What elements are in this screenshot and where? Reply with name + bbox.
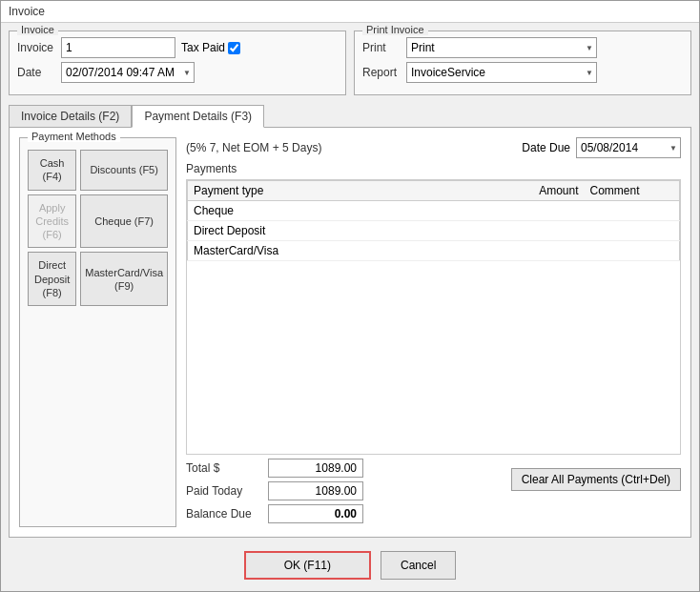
total-input[interactable]	[268, 459, 363, 478]
tab-payment-details-label: Payment Details (F3)	[144, 110, 252, 123]
invoice-window: Invoice Invoice Invoice Tax Paid Date	[0, 0, 700, 592]
totals-left: Total $ Paid Today Balance Due	[186, 459, 504, 527]
payment-type-cheque: Cheque	[188, 201, 508, 221]
clear-all-label: Clear All Payments (Ctrl+Del)	[522, 473, 670, 486]
ok-button[interactable]: OK (F11)	[244, 551, 371, 580]
col-payment-type: Payment type	[188, 181, 508, 201]
invoice-date-row: Date 02/07/2014 09:47 AM	[17, 62, 338, 83]
date-label: Date	[17, 66, 55, 79]
payments-table-wrapper: Payment type Amount Comment Cheque	[186, 179, 681, 455]
tax-paid-text: Tax Paid	[181, 41, 225, 54]
totals-area: Total $ Paid Today Balance Due	[186, 459, 681, 527]
ok-label: OK (F11)	[284, 559, 331, 572]
window-body: Invoice Invoice Tax Paid Date 02/07/2014…	[1, 23, 699, 591]
payment-methods-title: Payment Methods	[28, 131, 120, 142]
print-row: Print Print	[362, 37, 683, 58]
date-select-wrapper: 02/07/2014 09:47 AM	[61, 62, 195, 83]
paid-today-label: Paid Today	[186, 484, 262, 498]
report-row: Report InvoiceService	[362, 62, 683, 83]
table-header-row: Payment type Amount Comment	[188, 181, 680, 201]
col-comment: Comment	[585, 181, 680, 201]
cash-button[interactable]: Cash (F4)	[28, 150, 76, 191]
comment-direct-deposit	[585, 221, 680, 241]
amount-direct-deposit	[508, 221, 585, 241]
total-row: Total $	[186, 459, 504, 478]
tax-paid-checkbox[interactable]	[228, 42, 240, 54]
tab-area: Invoice Details (F2) Payment Details (F3…	[9, 101, 691, 538]
apply-credits-button[interactable]: Apply Credits (F6)	[28, 194, 76, 249]
tax-paid-label: Tax Paid	[181, 41, 240, 54]
direct-deposit-button[interactable]: Direct Deposit (F8)	[28, 252, 76, 306]
report-select-wrapper: InvoiceService	[406, 62, 597, 83]
report-label: Report	[362, 66, 401, 79]
payments-section-label: Payments	[186, 162, 681, 175]
tab-inner: Payment Methods Cash (F4) Discounts (F5)…	[19, 137, 681, 527]
details-header: (5% 7, Net EOM + 5 Days) Date Due 05/08/…	[186, 137, 681, 158]
date-due-row: Date Due 05/08/2014	[522, 137, 681, 158]
tab-invoice-details-label: Invoice Details (F2)	[21, 110, 119, 123]
table-row: MasterCard/Visa	[188, 241, 680, 261]
bottom-buttons: OK (F11) Cancel	[9, 543, 691, 583]
cancel-button[interactable]: Cancel	[381, 551, 456, 580]
balance-due-row: Balance Due	[186, 504, 504, 523]
payment-terms: (5% 7, Net EOM + 5 Days)	[186, 141, 321, 154]
payment-methods-group: Payment Methods Cash (F4) Discounts (F5)…	[19, 137, 176, 527]
balance-due-label: Balance Due	[186, 507, 262, 521]
top-row: Invoice Invoice Tax Paid Date 02/07/2014…	[9, 31, 691, 95]
clear-all-button[interactable]: Clear All Payments (Ctrl+Del)	[511, 468, 681, 491]
payments-table: Payment type Amount Comment Cheque	[187, 180, 680, 261]
print-select[interactable]: Print	[406, 37, 597, 58]
date-due-select-wrapper: 05/08/2014	[576, 137, 681, 158]
invoice-group-title: Invoice	[17, 24, 58, 35]
print-select-wrapper: Print	[406, 37, 597, 58]
invoice-number-input[interactable]	[61, 37, 175, 58]
cheque-button[interactable]: Cheque (F7)	[80, 194, 168, 249]
comment-cheque	[585, 201, 680, 221]
report-select[interactable]: InvoiceService	[406, 62, 597, 83]
tabs: Invoice Details (F2) Payment Details (F3…	[9, 105, 691, 128]
mastercard-button[interactable]: MasterCard/Visa (F9)	[80, 252, 168, 306]
cancel-label: Cancel	[401, 559, 436, 572]
title-bar: Invoice	[1, 1, 699, 23]
tab-invoice-details[interactable]: Invoice Details (F2)	[9, 105, 132, 128]
tab-payment-details[interactable]: Payment Details (F3)	[132, 105, 264, 128]
tab-content: Payment Methods Cash (F4) Discounts (F5)…	[9, 127, 691, 538]
totals-right: Clear All Payments (Ctrl+Del)	[511, 459, 681, 491]
payment-methods-grid: Cash (F4) Discounts (F5) Apply Credits (…	[28, 150, 168, 306]
amount-mastercard	[508, 241, 585, 261]
print-invoice-group: Print Invoice Print Print Report Invoice…	[354, 31, 691, 95]
print-label: Print	[362, 41, 401, 54]
balance-due-input[interactable]	[268, 504, 363, 523]
date-select[interactable]: 02/07/2014 09:47 AM	[61, 62, 195, 83]
discounts-button[interactable]: Discounts (F5)	[80, 150, 168, 191]
invoice-number-row: Invoice Tax Paid	[17, 37, 338, 58]
date-due-select[interactable]: 05/08/2014	[576, 137, 681, 158]
invoice-number-label: Invoice	[17, 41, 55, 54]
total-label: Total $	[186, 461, 262, 475]
amount-cheque	[508, 201, 585, 221]
payment-type-direct-deposit: Direct Deposit	[188, 221, 508, 241]
table-row: Direct Deposit	[188, 221, 680, 241]
payment-type-mastercard: MasterCard/Visa	[188, 241, 508, 261]
comment-mastercard	[585, 241, 680, 261]
paid-today-row: Paid Today	[186, 481, 504, 500]
window-title: Invoice	[9, 5, 45, 18]
col-amount: Amount	[508, 181, 585, 201]
date-due-label: Date Due	[522, 141, 570, 154]
table-row: Cheque	[188, 201, 680, 221]
print-invoice-title: Print Invoice	[362, 24, 428, 35]
details-section: (5% 7, Net EOM + 5 Days) Date Due 05/08/…	[186, 137, 681, 527]
paid-today-input[interactable]	[268, 481, 363, 500]
invoice-group: Invoice Invoice Tax Paid Date 02/07/2014…	[9, 31, 346, 95]
